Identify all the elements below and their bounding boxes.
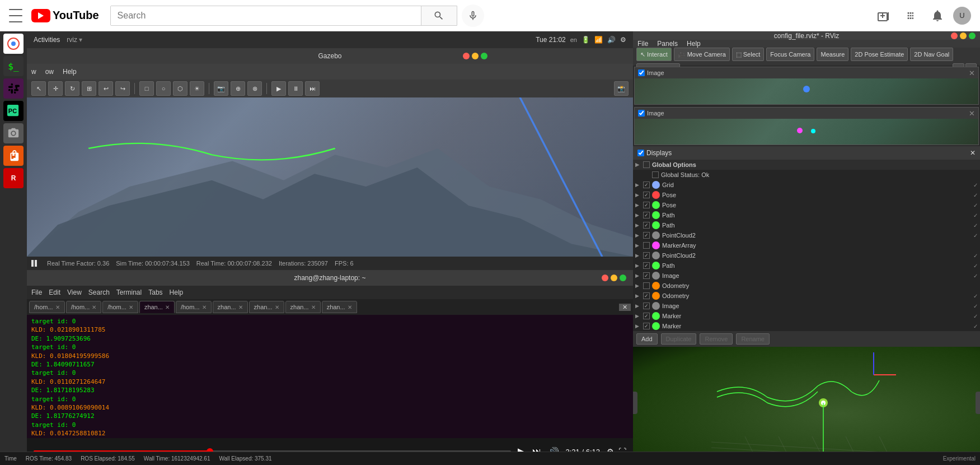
interact-button[interactable]: ↖ Interact (636, 48, 672, 61)
img-panel-1-close[interactable]: ✕ (969, 69, 975, 77)
term-tab-3[interactable]: /hom... ✕ (102, 301, 138, 313)
terminal-maximize[interactable] (620, 275, 626, 281)
measure-button[interactable]: Measure (817, 48, 848, 61)
toolbar-pause[interactable]: ⏸ (288, 81, 303, 96)
slack-icon[interactable] (3, 78, 24, 99)
move-camera-button[interactable]: 🎥 Move Camera (674, 48, 730, 61)
term-tab-7[interactable]: zhan... ✕ (249, 301, 284, 313)
wm-title[interactable]: rviz ▾ (67, 36, 82, 44)
display-pose-2[interactable]: ▶ Pose ✓ (633, 200, 980, 210)
toolbar-light[interactable]: ☀ (190, 81, 204, 96)
rviz-icon[interactable]: R (3, 168, 24, 188)
toolbar-rotate[interactable]: ↻ (65, 81, 79, 96)
remove-display-button[interactable]: Remove (700, 333, 733, 345)
img-panel-1-check[interactable] (638, 69, 645, 76)
rviz-menu-panels[interactable]: Panels (657, 40, 678, 48)
avatar[interactable]: U (953, 7, 971, 25)
display-pointcloud-2[interactable]: ▶ PointCloud2 ✓ (633, 250, 980, 261)
search-button[interactable] (421, 6, 457, 25)
term-menu-edit[interactable]: Edit (49, 289, 60, 296)
pycharm-icon[interactable]: PC (3, 101, 24, 121)
mic-button[interactable] (462, 4, 484, 27)
toolbar-translate[interactable]: ✛ (48, 81, 63, 96)
toolbar-lidar[interactable]: ⊗ (247, 81, 262, 96)
odo2-check[interactable] (643, 292, 650, 299)
term-menu-search[interactable]: Search (88, 289, 110, 296)
toolbar-undo[interactable]: ↩ (99, 81, 113, 96)
pc2-check[interactable] (643, 252, 650, 259)
toolbar-imu[interactable]: ⊕ (231, 81, 245, 96)
settings-icon[interactable]: ⚙ (620, 36, 626, 44)
term-tab-9[interactable]: zhan... ✕ (322, 301, 357, 313)
rviz-menu-file[interactable]: File (637, 40, 648, 48)
display-odometry-2[interactable]: ▶ Odometry ✓ (633, 291, 980, 301)
ma-check[interactable] (643, 242, 650, 249)
term-menu-file[interactable]: File (31, 289, 42, 296)
display-odometry-1[interactable]: ▶ Odometry (633, 281, 980, 291)
terminal-icon[interactable]: $_ (3, 56, 24, 76)
camera-icon[interactable] (3, 123, 24, 143)
toolbar-select[interactable]: ↖ (31, 81, 46, 96)
menu-icon[interactable] (9, 9, 22, 22)
gazebo-menu-ow[interactable]: ow (45, 68, 54, 76)
display-marker-1[interactable]: ▶ Marker ✓ (633, 311, 980, 321)
toolbar-redo[interactable]: ↪ (115, 81, 130, 96)
term-tab-5[interactable]: /hom... ✕ (176, 301, 212, 313)
term-menu-view[interactable]: View (67, 289, 82, 296)
path3-check[interactable] (643, 262, 650, 269)
chrome-icon[interactable] (3, 34, 24, 54)
display-global-options[interactable]: ▶ Global Options (633, 160, 980, 170)
global-status-check[interactable] (652, 171, 659, 178)
display-image-1[interactable]: ▶ Image ✓ (633, 271, 980, 281)
img-panel-2-close[interactable]: ✕ (969, 109, 975, 118)
rviz-menu-help[interactable]: Help (687, 40, 701, 48)
display-markerarray[interactable]: ▶ MarkerArray (633, 240, 980, 250)
displays-check[interactable] (637, 150, 644, 156)
close-btn[interactable] (463, 53, 470, 59)
global-check[interactable] (643, 161, 650, 168)
toolbar-cylinder[interactable]: ⬡ (173, 81, 187, 96)
pose1-check[interactable] (643, 192, 650, 198)
minimize-btn[interactable] (472, 53, 479, 59)
pose-estimate-button[interactable]: 2D Pose Estimate (851, 48, 908, 61)
rename-display-button[interactable]: Rename (736, 333, 770, 345)
img2-check[interactable] (643, 303, 650, 309)
toolbar-scale[interactable]: ⊞ (82, 81, 96, 96)
display-pose-1[interactable]: ▶ Pose ✓ (633, 190, 980, 200)
toolbar-cam[interactable]: 📷 (214, 81, 228, 96)
pose2-check[interactable] (643, 202, 650, 208)
toolbar-step[interactable]: ⏭ (305, 81, 320, 96)
pause-button[interactable] (31, 259, 40, 268)
display-path-2[interactable]: ▶ Path ✓ (633, 220, 980, 230)
toolbar-sphere[interactable]: ○ (156, 81, 171, 96)
img-panel-2-check[interactable] (638, 110, 645, 117)
add-display-button[interactable]: Add (636, 333, 658, 345)
terminal-close[interactable] (602, 275, 608, 281)
maximize-btn[interactable] (481, 53, 487, 59)
term-menu-help[interactable]: Help (170, 289, 184, 296)
nav-goal-button[interactable]: 2D Nav Goal (910, 48, 953, 61)
resize-handle-right[interactable] (976, 392, 980, 414)
duplicate-display-button[interactable]: Duplicate (661, 333, 697, 345)
display-marker-2[interactable]: ▶ Marker ✓ (633, 321, 980, 331)
term-tab-4[interactable]: zhan... ✕ (139, 301, 175, 313)
odo1-check[interactable] (643, 282, 650, 289)
terminal-minimize[interactable] (611, 275, 617, 281)
create-button[interactable] (873, 4, 895, 27)
rviz-close[interactable] (951, 32, 958, 39)
notifications-button[interactable] (926, 4, 949, 27)
path2-check[interactable] (643, 222, 650, 229)
mk1-check[interactable] (643, 313, 650, 319)
path1-check[interactable] (643, 212, 650, 218)
grid-check[interactable] (643, 182, 650, 188)
pc1-check[interactable] (643, 232, 650, 239)
gazebo-menu-w[interactable]: w (31, 68, 36, 76)
display-grid[interactable]: ▶ Grid ✓ (633, 180, 980, 190)
select-button[interactable]: ⬚ Select (732, 48, 765, 61)
toolbar-play[interactable]: ▶ (271, 81, 286, 96)
display-global-status[interactable]: Global Status: Ok (633, 170, 980, 180)
activities-label[interactable]: Activities (34, 36, 60, 44)
tab-add-btn[interactable]: ✕ (619, 304, 631, 311)
toolbar-box[interactable]: □ (139, 81, 154, 96)
display-path-3[interactable]: ▶ Path ✓ (633, 261, 980, 271)
